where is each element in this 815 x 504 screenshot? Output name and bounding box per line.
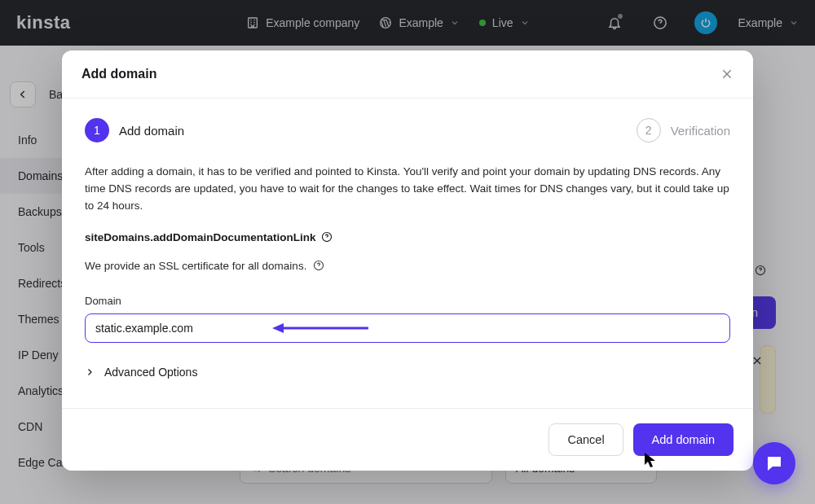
step-add-domain: 1 Add domain [85,118,184,142]
step2-number: 2 [637,118,661,142]
add-domain-modal: Add domain 1 Add domain 2 Verification A… [62,50,753,471]
modal-close-button[interactable] [720,68,734,81]
domain-input[interactable] [85,313,730,343]
chat-icon [764,454,784,473]
cancel-button[interactable]: Cancel [548,423,623,456]
close-icon [720,68,734,81]
step-verification: 2 Verification [637,118,730,142]
step1-label: Add domain [119,124,184,138]
help-icon [313,260,324,271]
modal-description: After adding a domain, it has to be veri… [85,164,730,215]
help-icon [321,231,333,243]
ssl-info-row: We provide an SSL certificate for all do… [85,260,730,272]
advanced-options-toggle[interactable]: Advanced Options [85,366,730,379]
domain-field-label: Domain [85,295,730,307]
documentation-link[interactable]: siteDomains.addDomainDocumentationLink [85,231,730,243]
chat-launcher[interactable] [753,442,795,484]
step2-label: Verification [671,124,730,138]
chevron-right-icon [85,367,95,377]
step1-number: 1 [85,118,109,142]
modal-title: Add domain [82,67,156,81]
submit-add-domain-button[interactable]: Add domain [633,423,734,456]
